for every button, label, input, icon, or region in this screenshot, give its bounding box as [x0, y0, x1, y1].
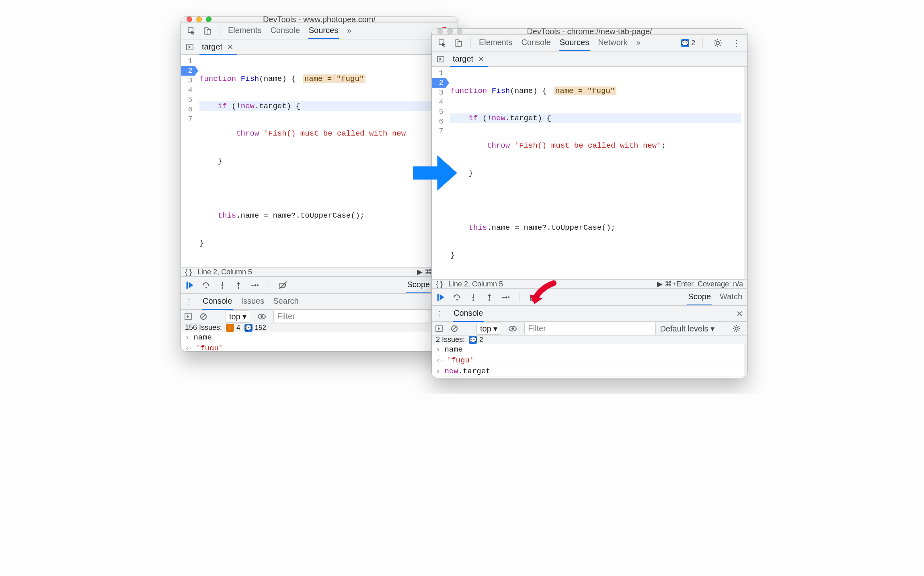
console-input: name: [444, 345, 740, 354]
file-tab-label: target: [202, 42, 222, 51]
context-selector[interactable]: top ▾: [476, 323, 501, 335]
console-filter-input[interactable]: Filter: [273, 310, 429, 323]
file-tab-bar: target ✕: [432, 51, 747, 67]
window-minimize-icon[interactable]: [447, 29, 453, 34]
svg-point-30: [508, 296, 509, 298]
drawer-tab-search[interactable]: Search: [272, 293, 299, 310]
settings-icon[interactable]: [710, 37, 725, 49]
drawer-menu-icon[interactable]: ⋮: [436, 309, 444, 319]
drawer-tab-console[interactable]: Console: [202, 293, 233, 310]
close-drawer-icon[interactable]: ✕: [736, 309, 743, 319]
step-out-icon[interactable]: [233, 280, 244, 290]
gutter[interactable]: 1234567: [181, 55, 196, 267]
file-tab-bar: target ✕: [181, 39, 458, 55]
resume-icon[interactable]: [185, 280, 195, 290]
console-body[interactable]: name 'fugu' new.target ✕ ▸Uncaught Refer…: [181, 332, 458, 351]
close-icon[interactable]: ✕: [478, 55, 484, 64]
annotation-arrow-icon: [526, 279, 558, 311]
console-output: 'fugu': [196, 344, 454, 351]
step-icon[interactable]: [249, 280, 260, 290]
step-icon[interactable]: [500, 292, 511, 302]
pretty-print-icon[interactable]: { }: [185, 268, 192, 276]
close-icon[interactable]: ✕: [227, 43, 233, 51]
feedback-badge[interactable]: 💬2: [681, 39, 695, 47]
issues-bar[interactable]: 156 Issues: !4 💬152: [181, 323, 458, 332]
tab-console[interactable]: Console: [520, 35, 551, 51]
step-over-icon[interactable]: [201, 280, 211, 290]
svg-line-43: [739, 330, 739, 331]
console-toolbar: top ▾ Filter Default levels ▾: [432, 322, 747, 335]
main-toolbar: Elements Console Sources » ✕1: [181, 23, 458, 39]
step-out-icon[interactable]: [484, 292, 495, 302]
svg-line-44: [734, 330, 735, 331]
drawer-tab-console[interactable]: Console: [453, 305, 484, 322]
tab-elements[interactable]: Elements: [227, 23, 262, 39]
svg-point-4: [205, 287, 207, 288]
tab-sources[interactable]: Sources: [559, 35, 590, 51]
traffic-lights[interactable]: [187, 16, 211, 22]
more-icon[interactable]: ⋮: [729, 37, 744, 49]
issues-label: 2 Issues:: [436, 335, 465, 344]
console-sidebar-toggle-icon[interactable]: [435, 325, 443, 333]
drawer-tab-issues[interactable]: Issues: [240, 293, 265, 310]
file-tab-label: target: [453, 54, 473, 64]
coverage-info[interactable]: Coverage: n/a: [698, 280, 743, 288]
device-toggle-icon[interactable]: [200, 25, 215, 37]
inspect-icon[interactable]: [184, 25, 199, 37]
deactivate-breakpoints-icon[interactable]: [278, 280, 288, 290]
file-tab-target[interactable]: target ✕: [199, 40, 237, 55]
navigator-toggle-icon[interactable]: [184, 41, 195, 53]
svg-point-29: [489, 299, 490, 301]
drawer-menu-icon[interactable]: ⋮: [185, 297, 193, 307]
svg-line-42: [734, 326, 735, 327]
console-filter-input[interactable]: Filter: [524, 322, 656, 335]
traffic-lights[interactable]: [437, 29, 462, 34]
resume-icon[interactable]: [436, 292, 446, 302]
live-expression-icon[interactable]: [505, 324, 520, 333]
inline-value-chip: name = "fugu": [303, 74, 365, 83]
step-over-icon[interactable]: [452, 292, 462, 302]
window-close-icon[interactable]: [437, 29, 443, 34]
tab-sources[interactable]: Sources: [308, 23, 339, 39]
tab-scope[interactable]: Scope: [687, 289, 712, 305]
cursor-position: Line 2, Column 5: [448, 280, 503, 288]
inspect-icon[interactable]: [435, 37, 450, 49]
tab-overflow-icon[interactable]: »: [636, 35, 642, 51]
tab-console[interactable]: Console: [269, 23, 300, 39]
file-tab-target[interactable]: target ✕: [450, 52, 488, 67]
navigator-toggle-icon[interactable]: [435, 53, 446, 65]
svg-point-17: [716, 41, 719, 45]
clear-console-icon[interactable]: [447, 323, 462, 334]
code-area[interactable]: function Fish(name) { name = "fugu" if (…: [447, 67, 744, 279]
pretty-print-icon[interactable]: { }: [436, 280, 443, 288]
step-into-icon[interactable]: [217, 280, 228, 290]
svg-line-22: [715, 40, 716, 41]
device-toggle-icon[interactable]: [451, 37, 466, 49]
tab-overflow-icon[interactable]: »: [346, 23, 352, 39]
console-settings-icon[interactable]: [729, 323, 744, 334]
tab-scope[interactable]: Scope: [406, 277, 431, 293]
window-zoom-icon[interactable]: [206, 16, 211, 22]
tab-watch[interactable]: Watch: [719, 289, 743, 305]
run-shortcut[interactable]: ▶ ⌘+Enter: [657, 280, 694, 288]
svg-point-37: [735, 327, 738, 330]
window-close-icon[interactable]: [187, 16, 192, 22]
live-expression-icon[interactable]: [254, 312, 269, 321]
source-editor[interactable]: 1234567 function Fish(name) { name = "fu…: [432, 67, 747, 279]
step-into-icon[interactable]: [468, 292, 478, 302]
titlebar: DevTools - www.photopea.com/: [181, 16, 458, 23]
svg-point-6: [238, 287, 239, 289]
console-body[interactable]: name 'fugu' new.target ƒ Fish(name) { if…: [432, 344, 747, 378]
tab-elements[interactable]: Elements: [478, 35, 513, 51]
context-selector[interactable]: top ▾: [226, 311, 250, 323]
window-minimize-icon[interactable]: [196, 16, 202, 22]
drawer-tabs: ⋮ Console Issues Search: [181, 294, 458, 310]
svg-point-36: [511, 327, 514, 330]
levels-selector[interactable]: Default levels ▾: [660, 324, 715, 333]
issues-bar[interactable]: 2 Issues: 💬2: [432, 335, 747, 344]
console-sidebar-toggle-icon[interactable]: [184, 313, 192, 321]
tab-network[interactable]: Network: [597, 35, 628, 51]
transition-arrow-icon: [413, 153, 457, 193]
window-zoom-icon[interactable]: [457, 29, 462, 34]
clear-console-icon[interactable]: [196, 311, 211, 322]
